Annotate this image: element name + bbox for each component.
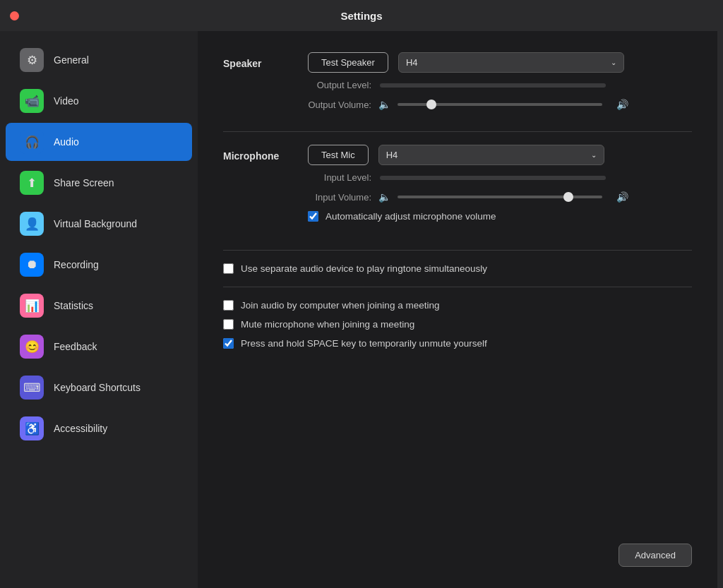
sidebar-icon-audio: 🎧 (20, 130, 44, 154)
section-divider-1 (223, 131, 692, 132)
test-mic-button[interactable]: Test Mic (308, 145, 369, 165)
sidebar-label-video: Video (54, 95, 79, 107)
chevron-down-icon: ⌄ (611, 59, 616, 66)
sidebar-item-statistics[interactable]: 📊 Statistics (6, 287, 192, 325)
speaker-output-level-row: Output Level: (308, 80, 692, 90)
mute-mic-row: Mute microphone when joining a meeting (223, 319, 692, 330)
output-volume-slider-container (398, 97, 609, 112)
input-level-label: Input Level: (308, 172, 371, 183)
input-volume-slider-container (398, 190, 609, 204)
advanced-button[interactable]: Advanced (619, 544, 692, 567)
speaker-device-select[interactable]: H4 ⌄ (398, 52, 624, 73)
sidebar-item-video[interactable]: 📹 Video (6, 82, 192, 120)
input-level-bar (380, 176, 606, 180)
mic-volume-low-icon: 🔈 (378, 191, 390, 203)
speaker-section: Speaker Test Speaker H4 ⌄ Output Level: (223, 52, 692, 112)
sidebar-label-accessibility: Accessibility (54, 423, 107, 434)
main-layout: ⚙ General 📹 Video 🎧 Audio ⬆ Share Screen… (0, 31, 723, 588)
volume-low-icon: 🔈 (378, 99, 390, 110)
sidebar-icon-general: ⚙ (20, 48, 44, 72)
auto-adjust-row: Automatically adjust microphone volume (308, 211, 692, 222)
sidebar-icon-keyboard-shortcuts: ⌨ (20, 376, 44, 400)
speaker-controls-top: Test Speaker H4 ⌄ (308, 52, 692, 73)
sidebar-label-feedback: Feedback (54, 341, 97, 352)
sidebar-label-general: General (54, 54, 89, 66)
window-title: Settings (340, 10, 382, 22)
sidebar-item-general[interactable]: ⚙ General (6, 41, 192, 79)
sidebar-icon-virtual-background: 👤 (20, 212, 44, 236)
section-divider-3 (223, 287, 692, 287)
section-divider-2 (223, 250, 692, 251)
space-unmute-label: Press and hold SPACE key to temporarily … (241, 338, 487, 349)
output-volume-slider[interactable] (398, 103, 602, 106)
output-level-label: Output Level: (308, 80, 371, 90)
sidebar-item-share-screen[interactable]: ⬆ Share Screen (6, 164, 192, 202)
join-audio-checkbox[interactable] (223, 300, 234, 311)
output-volume-label: Output Volume: (308, 100, 371, 110)
mute-mic-label: Mute microphone when joining a meeting (241, 319, 414, 330)
sidebar-item-recording[interactable]: ⏺ Recording (6, 246, 192, 284)
sidebar: ⚙ General 📹 Video 🎧 Audio ⬆ Share Screen… (0, 31, 198, 588)
sidebar-icon-share-screen: ⬆ (20, 171, 44, 195)
sidebar-label-virtual-background: Virtual Background (54, 218, 137, 229)
speaker-controls: Test Speaker H4 ⌄ Output Level: Outpu (308, 52, 692, 112)
input-volume-label: Input Volume: (308, 192, 371, 203)
content-area: Speaker Test Speaker H4 ⌄ Output Level: (198, 31, 717, 588)
sidebar-item-accessibility[interactable]: ♿ Accessibility (6, 409, 192, 448)
scrollbar-track (717, 31, 723, 588)
sidebar-label-recording: Recording (54, 259, 99, 270)
auto-adjust-checkbox[interactable] (308, 211, 318, 222)
auto-adjust-label: Automatically adjust microphone volume (325, 211, 496, 222)
sidebar-icon-statistics: 📊 (20, 294, 44, 318)
test-speaker-button[interactable]: Test Speaker (308, 52, 388, 73)
separate-audio-checkbox[interactable] (223, 263, 234, 274)
space-unmute-row: Press and hold SPACE key to temporarily … (223, 338, 692, 349)
speaker-label: Speaker (223, 52, 308, 69)
sidebar-label-keyboard-shortcuts: Keyboard Shortcuts (54, 382, 141, 393)
separate-audio-label: Use separate audio device to play ringto… (241, 263, 487, 274)
input-volume-slider[interactable] (398, 196, 602, 198)
microphone-controls-top: Test Mic H4 ⌄ (308, 145, 692, 165)
sidebar-icon-recording: ⏺ (20, 253, 44, 277)
titlebar: Settings (0, 0, 723, 31)
sidebar-label-statistics: Statistics (54, 300, 93, 311)
sidebar-item-audio[interactable]: 🎧 Audio (6, 123, 192, 161)
microphone-controls: Test Mic H4 ⌄ Input Level: Input Volu (308, 145, 692, 230)
separate-audio-row: Use separate audio device to play ringto… (223, 263, 692, 274)
sidebar-icon-accessibility: ♿ (20, 416, 44, 440)
mic-volume-high-icon: 🔊 (616, 191, 628, 203)
sidebar-icon-video: 📹 (20, 89, 44, 113)
mute-mic-checkbox[interactable] (223, 319, 234, 330)
sidebar-icon-feedback: 😊 (20, 335, 44, 359)
microphone-device-select[interactable]: H4 ⌄ (378, 145, 604, 165)
sidebar-item-keyboard-shortcuts[interactable]: ⌨ Keyboard Shortcuts (6, 368, 192, 407)
volume-high-icon: 🔊 (616, 99, 628, 110)
speaker-volume-row: Output Volume: 🔈 🔊 (308, 97, 692, 112)
sidebar-label-share-screen: Share Screen (54, 177, 114, 188)
microphone-label: Microphone (223, 145, 308, 162)
sidebar-item-feedback[interactable]: 😊 Feedback (6, 328, 192, 366)
speaker-row: Speaker Test Speaker H4 ⌄ Output Level: (223, 52, 692, 112)
microphone-input-level-row: Input Level: (308, 172, 692, 183)
sidebar-item-virtual-background[interactable]: 👤 Virtual Background (6, 205, 192, 243)
microphone-volume-row: Input Volume: 🔈 🔊 (308, 190, 692, 204)
close-button[interactable] (10, 11, 19, 20)
join-audio-row: Join audio by computer when joining a me… (223, 300, 692, 311)
microphone-row: Microphone Test Mic H4 ⌄ Input Level: (223, 145, 692, 230)
microphone-section: Microphone Test Mic H4 ⌄ Input Level: (223, 145, 692, 230)
space-unmute-checkbox[interactable] (223, 338, 234, 349)
join-audio-label: Join audio by computer when joining a me… (241, 300, 439, 311)
sidebar-label-audio: Audio (54, 136, 79, 148)
chevron-down-icon: ⌄ (591, 151, 597, 159)
output-level-bar (380, 83, 606, 88)
